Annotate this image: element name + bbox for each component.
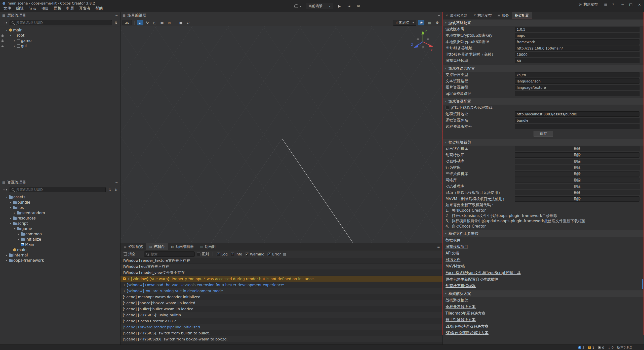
hierarchy-search-input[interactable] (16, 20, 110, 25)
tab-动画编辑器[interactable]: ◧动画编辑器 (168, 243, 197, 250)
expand-arrow-icon[interactable]: ▸ (17, 238, 21, 241)
doc-link[interactable]: 动画状态机编辑器 (446, 284, 476, 288)
panel-menu-icon[interactable]: ≡ (435, 243, 442, 250)
scrollbar-thumb[interactable] (642, 279, 643, 289)
layout-grid-button[interactable]: ⊞ (355, 3, 362, 9)
anchor-tool-button[interactable]: ⊞ (166, 20, 173, 25)
doc-link[interactable]: 教程项目 (446, 238, 461, 243)
field-input[interactable] (515, 52, 639, 57)
camera-preview-button[interactable]: ▦ (426, 20, 432, 25)
doc-link[interactable]: Tiledmap地图解决方案 (446, 311, 486, 316)
tree-node-row[interactable]: ▾assets (0, 194, 120, 200)
checkbox-icon[interactable]: ✓ (231, 252, 234, 256)
tab-框架配置[interactable]: 框架配置 (512, 12, 532, 19)
field-input[interactable] (515, 124, 639, 129)
tree-node-row[interactable]: ▸common (0, 231, 120, 237)
doc-link[interactable]: 2D角色扮演游戏解决方案 (446, 324, 489, 329)
view-mode-select[interactable]: 正常浏览 ▾ (393, 20, 416, 26)
console-log-row[interactable]: ▸[Window] You are running Vue in develop… (120, 288, 442, 294)
expand-arrow-icon[interactable]: ▸ (127, 277, 131, 280)
create-node-button[interactable]: + ▾ (2, 20, 8, 25)
tree-node-row[interactable]: ▸initialize (0, 237, 120, 242)
tab-动画图[interactable]: ◫动画图 (197, 243, 219, 250)
menu-item[interactable]: 编辑 (14, 5, 26, 12)
close-button[interactable]: × (638, 3, 641, 7)
tree-node-row[interactable]: ▾script (0, 221, 120, 226)
expand-arrow-icon[interactable]: ▾ (5, 196, 9, 198)
panel-menu-icon[interactable]: ≡ (115, 14, 118, 17)
hierarchy-sort-button[interactable]: ⇅ (113, 20, 118, 25)
section-header[interactable]: ▾ 框架模块裁剪 (443, 139, 644, 146)
console-log-row[interactable]: [Scene] Cocos Creator v3.8.2 (120, 318, 442, 324)
lock-icon[interactable] (2, 46, 4, 47)
console-log-row[interactable]: [Window] render_texture文件夹不存在 (120, 258, 442, 264)
expand-arrow-icon[interactable]: ▸ (13, 45, 17, 47)
panel-menu-icon[interactable]: ≡ (438, 14, 440, 17)
module-delete-button[interactable]: 删除 (515, 184, 639, 189)
filter-Warning[interactable]: ✓Warning (245, 252, 265, 256)
doc-link[interactable]: ECS文档 (446, 257, 460, 262)
create-asset-button[interactable]: + ▾ (2, 187, 8, 192)
tab-属性检查器[interactable]: ⊙属性检查器 (443, 12, 470, 19)
tab-控制台[interactable]: ▤控制台 (146, 243, 168, 250)
filter-Log[interactable]: ✓Log (217, 252, 228, 256)
lock-icon[interactable] (2, 40, 4, 42)
tree-node-row[interactable]: ▾root (0, 33, 120, 38)
module-delete-button[interactable]: 删除 (515, 152, 639, 158)
task-count[interactable]: ↓ 0 (608, 346, 614, 349)
menu-item[interactable]: 节点 (26, 5, 39, 12)
scene-settings-button[interactable]: ⚙ (434, 20, 440, 25)
expand-arrow-icon[interactable]: ▾ (9, 34, 13, 37)
menu-item[interactable]: 项目 (39, 5, 51, 12)
panel-menu-icon[interactable]: ≡ (115, 181, 118, 184)
doc-link[interactable]: Excel格式转Json文件与TypeScript代码工具 (446, 271, 521, 275)
tree-node-row[interactable]: ▸gui (0, 43, 120, 49)
tree-node-row[interactable]: ▸game (0, 38, 120, 43)
field-input[interactable] (515, 27, 639, 32)
expand-arrow-icon[interactable]: ▸ (123, 289, 127, 292)
expand-arrow-icon[interactable]: ▸ (9, 201, 13, 204)
field-input[interactable] (515, 111, 639, 117)
field-input[interactable] (515, 118, 639, 123)
field-input[interactable] (515, 91, 639, 96)
module-delete-button[interactable]: 删除 (515, 146, 639, 151)
tab-构建发布[interactable]: ⚒构建发布 (470, 12, 495, 19)
tree-node-row[interactable]: ▸internal (0, 252, 120, 258)
help-icon[interactable]: ? (612, 3, 614, 6)
expand-arrow-icon[interactable]: ▸ (13, 39, 17, 42)
orientation-gizmo[interactable]: Y X Z (410, 28, 436, 55)
doc-link[interactable]: API文档 (446, 251, 459, 256)
expand-arrow-icon[interactable]: ▾ (9, 222, 13, 225)
tree-node-row[interactable]: ▸bundle (0, 200, 120, 205)
checkbox-icon[interactable]: ✓ (267, 252, 271, 256)
menu-item[interactable]: 开发者 (76, 5, 93, 12)
tree-node-row[interactable]: ▸oops-framework (0, 258, 120, 263)
coordinate-toggle-button[interactable]: ⊙ (185, 20, 191, 25)
doc-link[interactable]: 全栈开发解决方案 (446, 304, 476, 309)
console-log-row[interactable]: [Scene] [PHYSICS]: using builtin. (120, 312, 442, 318)
console-log-row[interactable]: !▸[Window] [Vue warn]: Property "onInput… (120, 276, 442, 282)
console-log-row[interactable]: [Scene] [PHYSICS2D]: switch from box2d-w… (120, 336, 442, 342)
doc-link[interactable]: 3D角色扮演游戏解决方案 (446, 331, 489, 335)
menu-item[interactable]: 帮助 (93, 5, 105, 12)
scene-select-dropdown[interactable]: 当前场景 ▾ (306, 3, 333, 9)
expand-arrow-icon[interactable]: ▸ (17, 233, 21, 235)
tree-node-row[interactable]: TSMain (0, 242, 120, 247)
expand-arrow-icon[interactable]: ▸ (13, 211, 17, 214)
module-delete-button[interactable]: 删除 (515, 171, 639, 177)
maximize-button[interactable]: □ (629, 3, 632, 7)
menu-item[interactable]: 面板 (51, 5, 64, 12)
field-input[interactable] (515, 39, 639, 45)
doc-link[interactable]: 新手引导解决方案 (446, 318, 476, 322)
expand-arrow-icon[interactable]: ▾ (5, 29, 9, 31)
expand-arrow-icon[interactable]: ▾ (9, 206, 13, 209)
field-input[interactable] (515, 58, 639, 63)
lighting-toggle-button[interactable]: ☀ (418, 20, 424, 25)
tab-服务[interactable]: ▤服务 (495, 12, 512, 19)
build-publish-button[interactable]: ⚒ 构建发布 (577, 2, 599, 8)
console-log-row[interactable]: [Scene] meshopt wasm decoder initialized (120, 294, 442, 300)
module-delete-button[interactable]: 删除 (515, 178, 639, 183)
doc-link[interactable]: 战棋游戏框架 (446, 298, 468, 303)
filter-Error[interactable]: ✓Error (267, 252, 281, 256)
tree-node-row[interactable]: ▾game (0, 226, 120, 231)
